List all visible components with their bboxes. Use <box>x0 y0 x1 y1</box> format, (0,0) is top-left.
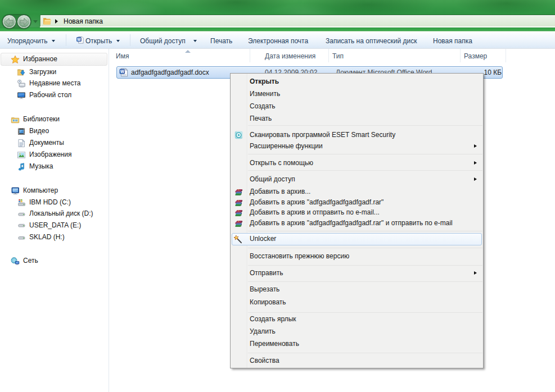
svg-text:W: W <box>77 38 81 42</box>
svg-text:W: W <box>120 69 124 74</box>
